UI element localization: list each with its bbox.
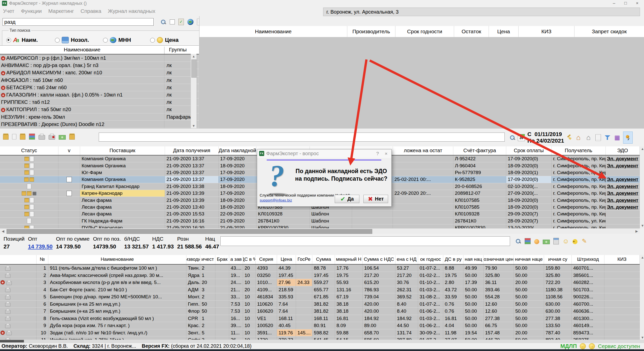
stock-col-7[interactable]: Запрет скидок — [574, 26, 644, 37]
money3-icon[interactable] — [543, 240, 550, 244]
search-type-option-4[interactable]: Цена — [150, 37, 179, 43]
positions-col-17[interactable]: ДС в ру — [443, 255, 463, 264]
position-row[interactable]: 4Бак-Сет Форте (капс. 210 мг №10 )АДМ ..… — [0, 286, 640, 294]
cell-edo[interactable]: Эл. документ — [606, 197, 640, 203]
journal-row[interactable]: ПУЛЬС Краснодар21-09-2020 16:3021-09-202… — [0, 225, 640, 228]
date-range[interactable]: С 01/11/2019 По 24/02/2021 — [527, 131, 564, 144]
positions-col-16[interactable]: ок годнос — [418, 255, 443, 264]
dialog-help-button[interactable]: ? — [374, 150, 381, 157]
position-row[interactable]: +10Зодак (таб. п/п/о 10 мг №10 блист. /и… — [0, 329, 640, 337]
qr-icon[interactable]: ▦ — [614, 134, 621, 141]
search-icon[interactable] — [160, 19, 166, 25]
pin-button[interactable] — [623, 132, 633, 144]
search2-icon[interactable] — [515, 238, 521, 244]
scroll-left-icon[interactable]: ◀ — [0, 229, 6, 234]
scroll-right-icon[interactable]: ▶ — [634, 229, 640, 234]
stock-col-3[interactable]: Срок годности — [395, 26, 454, 37]
positions-filter-input[interactable] — [220, 236, 510, 246]
stock-col-6[interactable]: КИЗ — [519, 26, 574, 37]
stock-col-4[interactable]: Остаток — [454, 26, 489, 37]
product-row[interactable]: АФОБАЗОЛ : таб 10мг n60лк — [0, 77, 199, 84]
position-row[interactable]: 6Боярышник (н-ка 25 мл инд.уп.)Гипп...50… — [0, 301, 640, 308]
positions-col-7[interactable]: а зав — [229, 255, 243, 264]
checkbox-icon[interactable] — [170, 19, 175, 24]
col-group[interactable]: Группы — [164, 47, 191, 54]
stock-table-header[interactable]: НаименованиеПроизводительСрок годностиОс… — [199, 26, 644, 37]
product-row[interactable]: + КАПТОПРИЛ : таб 50мг n20лк — [0, 106, 199, 113]
journal-col-5[interactable]: Дата накладной — [219, 146, 256, 155]
journal-col-12[interactable]: Получатель — [552, 146, 606, 155]
check-cell[interactable] — [58, 155, 80, 162]
search-type-option-3[interactable]: МНН — [103, 37, 131, 43]
menu-item-4[interactable]: Справка — [81, 8, 101, 14]
product-row[interactable]: + АРБИДОЛ МАКСИМУМ : капс. 200мг n10лк — [0, 69, 199, 76]
scroll-down-icon[interactable]: ▼ — [640, 335, 644, 340]
cell-edo[interactable]: Эл. документ — [606, 176, 640, 183]
stock-col-5[interactable]: Цена — [489, 26, 519, 37]
positions-col-10[interactable]: Цена — [277, 255, 296, 264]
smile-icon[interactable]: ☺ — [562, 238, 569, 244]
search-input[interactable] — [3, 18, 154, 26]
cell-edo[interactable]: Эл. документ — [606, 155, 640, 162]
positions-col-15[interactable]: ена с НД — [395, 255, 418, 264]
scroll-thumb[interactable] — [7, 229, 372, 234]
positions-col-4[interactable]: изводи — [186, 255, 200, 264]
export-box-icon[interactable] — [20, 135, 25, 140]
scroll-down-icon[interactable]: ▼ — [640, 223, 644, 228]
house-white-icon[interactable]: ⌂ — [585, 134, 592, 141]
check-cell[interactable] — [58, 204, 80, 210]
positions-vscrollbar[interactable]: ▲ ▼ — [640, 255, 644, 340]
journal-row[interactable]: Лесан фарма21-09-2020 15:5322-09-2020КЛ0… — [0, 211, 640, 217]
check-cell[interactable] — [58, 169, 80, 176]
funnel-icon[interactable] — [604, 135, 611, 141]
notebook-icon[interactable] — [595, 134, 601, 141]
stock-col-2[interactable]: Производитель — [347, 26, 395, 37]
dialog-close-icon[interactable]: × — [382, 150, 390, 157]
scroll-up-icon[interactable]: ▲ — [640, 255, 644, 260]
stock-col-1[interactable]: Наименование — [199, 26, 347, 37]
duck-icon[interactable] — [572, 239, 578, 244]
positions-col-11[interactable]: ГосРе — [296, 255, 312, 264]
product-row[interactable]: + ГАЛАЗОЛИН : капли назал. (фл.) 0.05% -… — [0, 91, 199, 99]
cell-edo[interactable]: Эл. документ — [606, 183, 640, 190]
product-list-scrollbar[interactable]: ▲ ▼ — [191, 54, 196, 129]
yes-button[interactable]: ✔Да — [335, 195, 359, 203]
journal-col-4[interactable]: Дата получения — [165, 146, 219, 155]
clipboard-check-icon[interactable]: ✓ — [178, 19, 184, 25]
radio-unselected[interactable] — [103, 38, 108, 43]
row-checkbox[interactable] — [66, 177, 72, 182]
positions-col-5[interactable]: ичест — [200, 255, 215, 264]
check-cell[interactable] — [58, 190, 80, 197]
support-email-link[interactable]: support@infoas.biz — [260, 198, 292, 202]
check-cell[interactable] — [58, 218, 80, 224]
product-list-header[interactable]: Наименование Группы — [0, 46, 199, 54]
check-cell[interactable] — [58, 197, 80, 203]
journal-col-11[interactable]: Срок оплаты — [506, 146, 552, 155]
menu-item-5[interactable]: Журнал накладных — [108, 8, 155, 14]
positions-col-18[interactable]: ная нац — [463, 255, 484, 264]
position-row[interactable]: 5Банеоцин (пор д/нар. прим 250 МЕ+5000МЕ… — [0, 293, 640, 301]
minimize-button[interactable]: – — [608, 0, 620, 7]
no-button[interactable]: ✖Нет — [363, 195, 388, 203]
positions-header[interactable]: №НаименованиеизводиичестБрака завДС в %С… — [0, 255, 640, 265]
maximize-button[interactable]: □ — [620, 0, 631, 7]
search-icon[interactable] — [509, 135, 515, 141]
position-row[interactable]: +3Аскорбиновая кислота (р-р для в/в и в/… — [0, 279, 640, 286]
search-type-option-2[interactable]: Нозол. — [55, 37, 89, 43]
orange-icon[interactable] — [534, 239, 539, 244]
house-orange-icon[interactable]: ⌂ — [575, 134, 582, 141]
address-bar[interactable]: г. Воронеж, ул. Арсенальная, 3 — [323, 8, 640, 16]
journal-col-10[interactable]: Счёт-фактура — [453, 146, 506, 155]
journal-filter-input[interactable] — [99, 133, 505, 142]
money2-icon[interactable] — [59, 135, 66, 140]
positions-col-20[interactable]: ничная наце — [514, 255, 544, 264]
positions-col-6[interactable]: Брак — [215, 255, 229, 264]
import-box-icon[interactable] — [3, 135, 9, 140]
cell-edo[interactable]: Эл. документ — [606, 204, 640, 210]
journal-row[interactable]: ГК Надежда-Фарм21-09-2020 16:1621-09-202… — [0, 218, 640, 225]
positions-hscrollbar[interactable] — [0, 340, 644, 343]
dialog-title-bar[interactable]: FX ФармЭксперт - вопрос ? × — [257, 149, 391, 158]
journal-col-3[interactable]: Поставщик — [80, 146, 165, 155]
position-row[interactable]: 9Дуба кора (кора изм. 75 г пач.карт. )Кр… — [0, 322, 640, 329]
positions-col-8[interactable]: ДС в % — [243, 255, 256, 264]
